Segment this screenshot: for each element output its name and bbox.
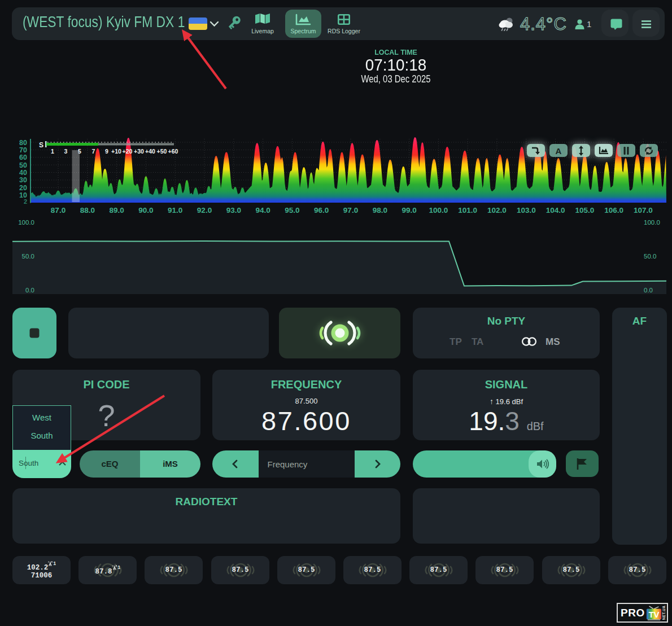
- svg-text:97.0: 97.0: [343, 206, 358, 214]
- svg-text:50: 50: [19, 161, 27, 169]
- svg-text:100.0: 100.0: [429, 206, 448, 214]
- svg-text:106.0: 106.0: [604, 206, 623, 214]
- svg-text:1: 1: [117, 565, 120, 571]
- svg-text:107.0: 107.0: [634, 206, 653, 214]
- svg-text:0.0: 0.0: [644, 287, 653, 294]
- svg-text:40: 40: [19, 169, 27, 177]
- svg-text:92.0: 92.0: [197, 206, 212, 214]
- svg-text:+30: +30: [134, 148, 144, 155]
- svg-text:3: 3: [64, 148, 68, 155]
- svg-text:102.0: 102.0: [487, 206, 507, 214]
- svg-text:99.0: 99.0: [402, 206, 416, 214]
- svg-text:+50: +50: [157, 148, 167, 155]
- svg-text:9: 9: [105, 148, 108, 155]
- svg-text:S: S: [39, 141, 43, 149]
- svg-text:91.0: 91.0: [168, 206, 182, 214]
- svg-text:5: 5: [78, 148, 81, 155]
- svg-text:101.0: 101.0: [458, 206, 477, 214]
- svg-text:100.0: 100.0: [18, 219, 34, 226]
- svg-text:+20: +20: [123, 148, 133, 155]
- svg-text:1: 1: [53, 561, 56, 567]
- svg-text:105.0: 105.0: [575, 206, 595, 214]
- svg-text:+60: +60: [168, 148, 178, 155]
- svg-text:94.0: 94.0: [255, 206, 270, 214]
- svg-text:103.0: 103.0: [517, 206, 536, 214]
- svg-text:A: A: [556, 146, 562, 155]
- svg-text:90.0: 90.0: [138, 206, 153, 214]
- svg-text:0.0: 0.0: [25, 287, 34, 294]
- svg-text:60: 60: [19, 154, 27, 161]
- svg-text:50.0: 50.0: [22, 253, 34, 260]
- svg-text:TV: TV: [648, 610, 659, 619]
- svg-text:95.0: 95.0: [285, 206, 299, 214]
- svg-text:+40: +40: [145, 148, 155, 155]
- svg-text:98.0: 98.0: [373, 206, 387, 214]
- svg-text:1: 1: [51, 148, 54, 155]
- svg-text:104.0: 104.0: [546, 206, 565, 214]
- svg-text:87.0: 87.0: [51, 206, 66, 214]
- svg-text:89.0: 89.0: [109, 206, 124, 214]
- svg-text:20: 20: [19, 184, 27, 192]
- svg-text:100.0: 100.0: [644, 219, 660, 226]
- svg-text:7: 7: [92, 148, 95, 155]
- svg-text:93.0: 93.0: [226, 206, 241, 214]
- svg-text:50.0: 50.0: [644, 253, 656, 260]
- svg-text:80: 80: [19, 139, 27, 147]
- svg-text:88.0: 88.0: [80, 206, 95, 214]
- svg-text:2: 2: [24, 198, 27, 205]
- svg-text:96.0: 96.0: [314, 206, 329, 214]
- svg-text:30: 30: [19, 176, 27, 184]
- svg-text:+10: +10: [111, 148, 121, 155]
- svg-text:70: 70: [19, 146, 27, 154]
